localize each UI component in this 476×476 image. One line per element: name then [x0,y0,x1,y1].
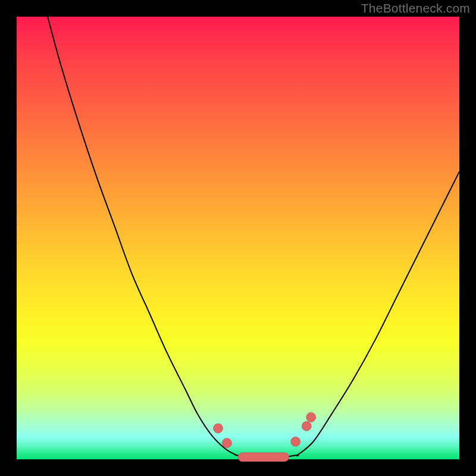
curve-marker [302,421,311,431]
curve-marker [214,424,223,433]
watermark-label: TheBottleneck.com [361,1,470,15]
floor-bar [238,453,289,462]
curve-path [48,17,459,458]
curve-marker [222,438,231,447]
curve-marker [291,437,300,446]
chart-svg [17,17,459,459]
bottleneck-curve [48,17,459,458]
chart-frame: TheBottleneck.com [0,0,476,476]
curve-marker [306,412,316,422]
plot-area [17,17,459,459]
curve-markers [214,412,316,461]
